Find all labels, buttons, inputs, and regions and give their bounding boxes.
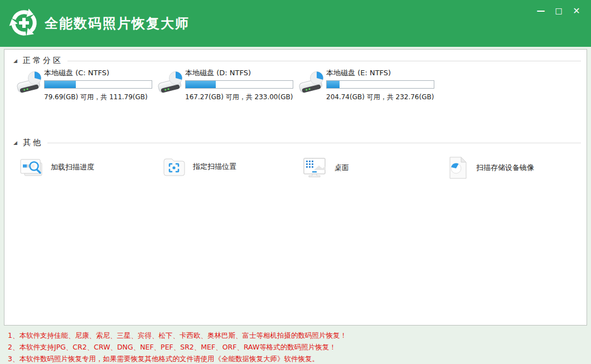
notes-area: 1、本软件支持佳能、尼康、索尼、三星、宾得、松下、卡西欧、奥林巴斯、富士等相机拍… [8, 329, 347, 364]
other-item-specify-scan-location[interactable]: 指定扫描位置 [162, 156, 236, 178]
app-logo-recovery-icon [8, 7, 40, 39]
disk-info: 本地磁盘 (E: NTFS) 204.74(GB) 可用，共 232.76(GB… [326, 68, 434, 102]
disk-usage-bar [326, 80, 434, 89]
disk-usage-text: 204.74(GB) 可用，共 232.76(GB) [326, 93, 434, 102]
disk-usage-bar-fill [45, 81, 76, 88]
other-item-label: 扫描存储设备镜像 [476, 163, 534, 173]
other-item-label: 加载扫描进度 [51, 162, 94, 172]
note-line-2: 2、本软件支持JPG、CR2、CRW、DNG、NEF、PEF、SR2、MEF、O… [8, 341, 347, 353]
hard-drive-icon [157, 71, 185, 98]
other-item-label: 指定扫描位置 [193, 162, 236, 172]
other-item-scan-device-image[interactable]: 扫描存储设备镜像 [447, 156, 534, 180]
hard-drive-icon [16, 71, 43, 98]
disk-usage-bar-fill [186, 81, 216, 88]
title-bar: 全能数码照片恢复大师 — □ ✕ [0, 0, 591, 47]
note-line-3: 3、本软件数码照片恢复专用，如果需要恢复其他格式的文件请使用《全能数据恢复大师》… [8, 353, 347, 364]
other-item-label: 桌面 [335, 163, 349, 173]
expander-icon[interactable]: ◢ [13, 140, 17, 145]
other-item-load-scan-progress[interactable]: 加载扫描进度 [19, 156, 94, 179]
expander-icon[interactable]: ◢ [13, 59, 17, 64]
desktop-icon [302, 156, 327, 180]
disk-name: 本地磁盘 (E: NTFS) [326, 68, 434, 78]
disk-item-e[interactable]: 本地磁盘 (E: NTFS) 204.74(GB) 可用，共 232.76(GB… [298, 68, 437, 104]
disk-item-d[interactable]: 本地磁盘 (D: NTFS) 167.27(GB) 可用，共 233.00(GB… [157, 68, 296, 104]
hard-drive-icon [298, 71, 326, 98]
section-normal-partitions-header[interactable]: ◢ 正常分区 [13, 56, 581, 66]
section-divider [47, 143, 581, 143]
disk-info: 本地磁盘 (D: NTFS) 167.27(GB) 可用，共 233.00(GB… [185, 68, 293, 102]
specify-scan-location-icon [162, 156, 186, 178]
maximize-icon[interactable]: □ [551, 2, 566, 19]
disk-usage-bar-fill [327, 81, 340, 88]
scan-device-image-icon [447, 156, 469, 180]
app-window: 全能数码照片恢复大师 — □ ✕ ◢ 正常分区 [0, 0, 591, 364]
disk-usage-text: 79.69(GB) 可用，共 111.79(GB) [44, 93, 152, 102]
disk-usage-bar [185, 80, 293, 89]
disk-item-c[interactable]: 本地磁盘 (C: NTFS) 79.69(GB) 可用，共 111.79(GB) [16, 68, 155, 104]
main-panel: ◢ 正常分区 本地磁盘 (C: NTFS [4, 49, 587, 326]
section-divider [67, 61, 581, 61]
note-line-1: 1、本软件支持佳能、尼康、索尼、三星、宾得、松下、卡西欧、奥林巴斯、富士等相机拍… [8, 329, 347, 341]
disk-usage-bar [44, 80, 152, 89]
minimize-icon[interactable]: — [533, 2, 549, 19]
load-scan-progress-icon [19, 156, 43, 179]
section-title: 正常分区 [23, 56, 63, 66]
disk-info: 本地磁盘 (C: NTFS) 79.69(GB) 可用，共 111.79(GB) [44, 68, 152, 102]
other-item-desktop[interactable]: 桌面 [302, 156, 349, 180]
section-title: 其他 [23, 138, 43, 148]
disk-name: 本地磁盘 (D: NTFS) [185, 68, 293, 78]
window-controls: — □ ✕ [533, 2, 584, 19]
close-icon[interactable]: ✕ [569, 2, 584, 19]
disk-name: 本地磁盘 (C: NTFS) [44, 68, 152, 78]
disk-usage-text: 167.27(GB) 可用，共 233.00(GB) [185, 93, 293, 102]
section-others-header[interactable]: ◢ 其他 [13, 138, 581, 148]
app-title: 全能数码照片恢复大师 [45, 14, 190, 32]
